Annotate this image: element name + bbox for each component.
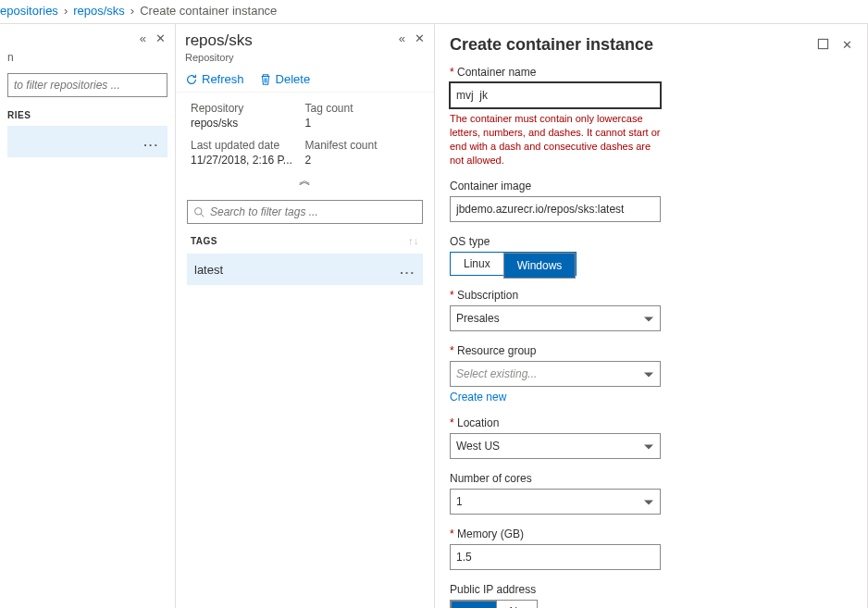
repository-list-item[interactable]: ... [7,126,167,157]
os-type-toggle: Linux Windows [450,252,577,276]
container-image-label: Container image [450,180,661,192]
close-icon[interactable]: ✕ [155,31,166,45]
repository-title: repos/sks [185,31,253,50]
close-icon[interactable]: ✕ [842,38,852,53]
resource-group-select[interactable] [450,361,661,387]
memory-label: Memory (GB) [450,527,661,540]
refresh-icon [185,73,198,86]
collapse-meta-icon[interactable]: ︽ [176,170,434,196]
filter-repositories-input[interactable] [7,73,167,97]
breadcrumb: epositories › repos/sks › Create contain… [0,0,868,24]
refresh-label: Refresh [202,72,244,86]
svg-rect-2 [818,39,827,48]
cores-select[interactable] [450,489,661,515]
meta-updated-value: 11/27/2018, 2:16 P... [191,154,305,167]
meta-manifest-value: 2 [305,154,420,167]
cores-label: Number of cores [450,472,661,485]
field-os-type: OS type Linux Windows [450,235,661,276]
refresh-button[interactable]: Refresh [185,72,244,86]
pane1-subheader: n [7,49,167,73]
breadcrumb-item-repo[interactable]: repos/sks [73,4,125,18]
public-ip-label: Public IP address [450,583,661,596]
public-ip-option-yes[interactable]: Yes [451,601,497,608]
meta-manifest-label: Manifest count [305,139,420,152]
tag-search[interactable] [187,200,423,224]
memory-input[interactable] [450,544,661,570]
field-container-image: Container image [450,180,661,222]
field-memory: Memory (GB) [450,527,661,570]
meta-tagcount-value: 1 [305,117,420,130]
meta-repo-label: Repository [191,102,305,115]
collapse-icon[interactable]: « [140,31,146,45]
meta-updated-label: Last updated date [191,139,305,152]
search-icon [193,206,205,217]
meta-tagcount-label: Tag count [305,102,420,115]
field-subscription: Subscription [450,289,661,331]
tag-label: latest [194,263,223,277]
create-container-pane: Create container instance ✕ Container na… [435,24,868,608]
repository-meta: Repository repos/sks Tag count 1 Last up… [176,93,434,170]
delete-button[interactable]: Delete [259,72,311,86]
public-ip-toggle: Yes No [450,600,538,608]
create-container-title: Create container instance [450,35,653,55]
location-label: Location [450,416,661,429]
tag-list-item[interactable]: latest ... [187,254,423,285]
close-icon[interactable]: ✕ [415,31,425,45]
location-select[interactable] [450,433,661,459]
container-name-input[interactable] [450,82,661,108]
field-cores: Number of cores [450,472,661,515]
svg-line-1 [201,214,204,217]
repositories-category-label: RIES [7,110,167,120]
public-ip-option-no[interactable]: No [497,601,537,608]
container-name-error: The container must contain only lowercas… [450,112,661,167]
pin-icon[interactable] [817,38,829,53]
field-resource-group: Resource group Create new [450,344,661,403]
subscription-label: Subscription [450,289,661,302]
container-name-label: Container name [450,66,661,79]
sort-indicator-icon[interactable]: ↑↓ [408,235,419,246]
breadcrumb-separator: › [130,4,134,18]
repository-toolbar: Refresh Delete [176,67,434,93]
create-container-form: Container name The container must contai… [435,58,676,608]
os-type-option-linux[interactable]: Linux [451,253,503,275]
container-image-input[interactable] [450,196,661,222]
tag-search-input[interactable] [208,205,416,219]
collapse-icon[interactable]: « [399,31,405,45]
repositories-pane: « ✕ n RIES ... [0,24,176,608]
more-icon[interactable]: ... [143,135,159,149]
trash-icon [259,73,272,86]
breadcrumb-current: Create container instance [140,4,277,18]
field-container-name: Container name The container must contai… [450,66,661,167]
delete-label: Delete [276,72,311,86]
create-new-resource-group-link[interactable]: Create new [450,391,506,403]
breadcrumb-separator: › [64,4,68,18]
field-public-ip: Public IP address Yes No [450,583,661,608]
repository-detail-pane: repos/sks Repository « ✕ Refresh Delete … [176,24,435,608]
subscription-select[interactable] [450,305,661,331]
meta-repo-value: repos/sks [191,117,305,130]
repository-subtitle: Repository [185,52,253,63]
os-type-label: OS type [450,235,661,248]
breadcrumb-item-repositories[interactable]: epositories [0,4,58,18]
tags-header-label: TAGS [191,236,217,246]
os-type-option-windows[interactable]: Windows [503,253,577,279]
field-location: Location [450,416,661,459]
more-icon[interactable]: ... [400,263,415,277]
svg-point-0 [195,208,203,216]
resource-group-label: Resource group [450,344,661,357]
